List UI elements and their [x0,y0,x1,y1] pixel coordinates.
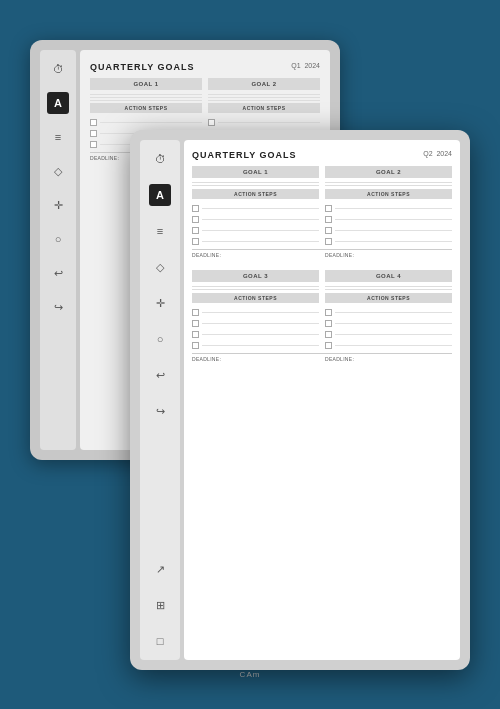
front-device: ⏱ A ≡ ◇ ✛ ○ ↩ ↪ ↗ ⊞ □ QUARTERLY GOALS Q2… [130,130,470,670]
back-action-1: ACTION STEPS [90,103,202,113]
back-move-icon[interactable]: ✛ [47,194,69,216]
front-doc-title: QUARTERLY GOALS [192,150,297,160]
back-redo-icon[interactable]: ↪ [47,296,69,318]
front-search-icon[interactable]: ○ [149,328,171,350]
front-action-3: ACTION STEPS [192,293,319,303]
front-layers-icon[interactable]: ⊞ [149,594,171,616]
back-doc-title: QUARTERLY GOALS [90,62,195,72]
front-action-1: ACTION STEPS [192,189,319,199]
front-export-icon[interactable]: ↗ [149,558,171,580]
front-deadline-4: DEADLINE: [325,356,452,362]
back-clock-icon[interactable]: ⏱ [47,58,69,80]
front-undo-icon[interactable]: ↩ [149,364,171,386]
front-redo-icon[interactable]: ↪ [149,400,171,422]
back-goal-1: GOAL 1 [90,78,202,90]
back-diamond-icon[interactable]: ◇ [47,160,69,182]
front-menu-icon[interactable]: ≡ [149,220,171,242]
back-text-icon[interactable]: A [47,92,69,114]
front-clock-icon[interactable]: ⏱ [149,148,171,170]
back-search-icon[interactable]: ○ [47,228,69,250]
front-move-icon[interactable]: ✛ [149,292,171,314]
front-goal-grid-1: GOAL 1 GOAL 2 [192,166,452,178]
front-deadline-2: DEADLINE: [325,252,452,258]
front-goal-1: GOAL 1 [192,166,319,178]
front-deadline-1: DEADLINE: [192,252,319,258]
front-doc-meta: Q2 2024 [423,150,452,157]
back-goal-grid: GOAL 1 GOAL 2 [90,78,320,90]
back-action-2: ACTION STEPS [208,103,320,113]
front-action-4: ACTION STEPS [325,293,452,303]
front-sidebar: ⏱ A ≡ ◇ ✛ ○ ↩ ↪ ↗ ⊞ □ [140,140,180,660]
front-square-icon[interactable]: □ [149,630,171,652]
front-action-2: ACTION STEPS [325,189,452,199]
front-goal-3: GOAL 3 [192,270,319,282]
back-goal-2: GOAL 2 [208,78,320,90]
front-goal-grid-2: GOAL 3 GOAL 4 [192,270,452,282]
back-sidebar: ⏱ A ≡ ◇ ✛ ○ ↩ ↪ [40,50,76,450]
front-deadline-3: DEADLINE: [192,356,319,362]
front-screen: QUARTERLY GOALS Q2 2024 GOAL 1 GOAL 2 [184,140,460,660]
front-text-icon[interactable]: A [149,184,171,206]
back-doc-meta: Q1 2024 [291,62,320,69]
back-menu-icon[interactable]: ≡ [47,126,69,148]
back-undo-icon[interactable]: ↩ [47,262,69,284]
front-diamond-icon[interactable]: ◇ [149,256,171,278]
front-goal-2: GOAL 2 [325,166,452,178]
front-goal-4: GOAL 4 [325,270,452,282]
cam-label: CAm [240,670,261,679]
